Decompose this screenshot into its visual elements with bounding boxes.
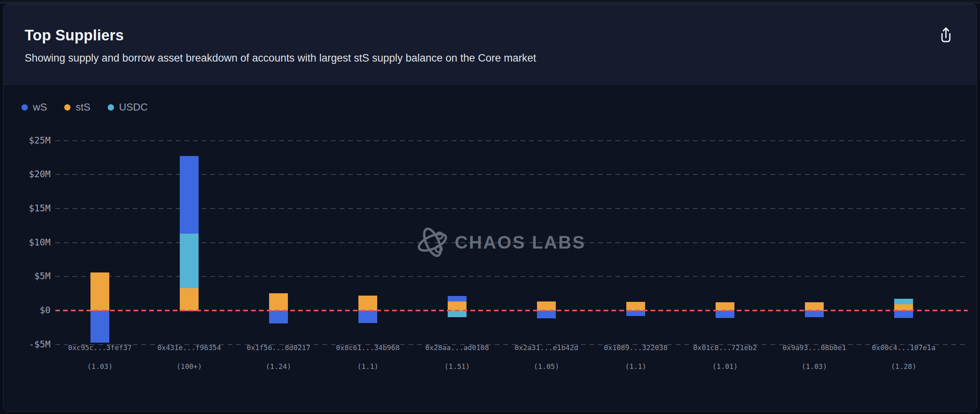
top-suppliers-card: Top Suppliers Showing supply and borrow …	[3, 4, 977, 412]
page-title: Top Suppliers	[25, 27, 124, 44]
card-header: Top Suppliers Showing supply and borrow …	[4, 4, 976, 85]
x-axis-health-ratio-label: (1.1)	[593, 362, 679, 370]
bar-segment-borrow-wS[interactable]	[537, 310, 556, 318]
bar-segment-borrow-wS[interactable]	[90, 310, 109, 343]
x-axis-address-label[interactable]: 0x8c61...34b968	[325, 343, 411, 352]
bar-segment-supply-stS[interactable]	[626, 302, 645, 310]
bar-segment-borrow-wS[interactable]	[626, 310, 645, 316]
bar-segment-supply-stS[interactable]	[716, 302, 734, 310]
x-axis-health-ratio-label: (100+)	[146, 362, 232, 370]
y-axis-tick: -$5M	[4, 339, 51, 349]
bar-segment-borrow-wS[interactable]	[358, 310, 377, 323]
x-axis-health-ratio-label: (1.28)	[861, 362, 947, 370]
page-top-strip	[0, 0, 980, 4]
bar-segment-supply-stS[interactable]	[269, 293, 288, 310]
x-axis-address-label[interactable]: 0x431e...f96354	[146, 343, 232, 352]
y-axis-tick: $20M	[4, 169, 51, 179]
chaos-labs-watermark: CHAOS LABS	[417, 225, 586, 260]
gridline-$25M	[55, 140, 968, 141]
bar-segment-supply-USDC[interactable]	[894, 299, 913, 305]
chart-region: wSstSUSDC $25M$20M$15M$10M$5M$0-$5M0xc95…	[4, 85, 977, 412]
x-axis-address-label[interactable]: 0x28aa...ad0108	[414, 343, 500, 352]
bar-segment-borrow-wS[interactable]	[269, 310, 288, 323]
y-axis-tick: $25M	[4, 135, 51, 145]
bar-segment-supply-stS[interactable]	[358, 296, 377, 310]
bar-segment-supply-stS[interactable]	[805, 302, 824, 310]
bar-segment-supply-wS[interactable]	[448, 296, 466, 301]
bar-segment-borrow-wS[interactable]	[716, 310, 734, 318]
x-axis-health-ratio-label: (1.1)	[325, 362, 411, 370]
bar-segment-supply-stS[interactable]	[537, 301, 556, 310]
bar-segment-borrow-USDC[interactable]	[448, 310, 466, 317]
x-axis-health-ratio-label: (1.51)	[414, 362, 500, 370]
share-export-button[interactable]	[936, 25, 956, 45]
x-axis-health-ratio-label: (1.03)	[57, 362, 143, 370]
chaos-labs-logo-icon	[417, 225, 448, 260]
x-axis-health-ratio-label: (1.05)	[503, 362, 589, 370]
bar-segment-supply-stS[interactable]	[448, 301, 466, 310]
x-axis-address-label[interactable]: 0x1f56...8d0217	[235, 343, 322, 352]
x-axis-address-label[interactable]: 0x00c4...107e1a	[861, 343, 947, 352]
bar-segment-supply-stS[interactable]	[90, 272, 109, 310]
bar-segment-borrow-wS[interactable]	[894, 310, 913, 318]
page-subtitle: Showing supply and borrow asset breakdow…	[25, 52, 536, 64]
y-axis-tick: $15M	[4, 203, 51, 213]
bar-segment-supply-USDC[interactable]	[180, 234, 199, 288]
x-axis-address-label[interactable]: 0x1089...322038	[593, 343, 679, 352]
x-axis-address-label[interactable]: 0x01c8...721eb2	[682, 343, 768, 352]
x-axis-address-label[interactable]: 0x2a31...e1b42d	[503, 343, 589, 352]
x-axis-address-label[interactable]: 0xc95c...3fef37	[57, 343, 143, 352]
x-axis-health-ratio-label: (1.24)	[235, 362, 322, 370]
zero-reference-line	[55, 310, 968, 311]
x-axis-health-ratio-label: (1.01)	[682, 362, 768, 370]
watermark-text: CHAOS LABS	[455, 232, 586, 253]
y-axis-tick: $0	[4, 305, 51, 315]
y-axis-tick: $10M	[4, 237, 51, 247]
x-axis-health-ratio-label: (1.03)	[771, 362, 857, 370]
share-export-icon	[937, 26, 955, 44]
x-axis-address-label[interactable]: 0x9a93...08b0e1	[771, 343, 857, 352]
bar-segment-borrow-wS[interactable]	[805, 310, 824, 317]
bar-segment-supply-wS[interactable]	[180, 156, 199, 234]
y-axis-tick: $5M	[4, 271, 51, 281]
bar-segment-supply-stS[interactable]	[180, 288, 199, 310]
